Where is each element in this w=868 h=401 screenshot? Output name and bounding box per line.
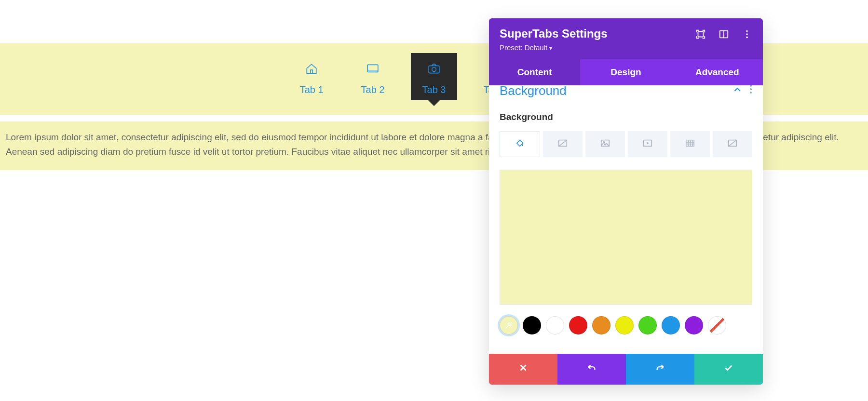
tab-2[interactable]: Tab 2 <box>350 53 396 100</box>
close-icon <box>518 362 529 376</box>
svg-point-12 <box>750 88 752 90</box>
tab-label: Tab 1 <box>300 84 324 95</box>
tab-3[interactable]: Tab 3 <box>411 53 458 100</box>
camera-icon <box>428 63 440 78</box>
swatch-green[interactable] <box>638 316 657 334</box>
svg-point-9 <box>746 33 748 35</box>
pattern-icon <box>685 138 695 150</box>
svg-point-11 <box>750 85 752 87</box>
tab-label: Tab 3 <box>422 84 446 95</box>
tab-1[interactable]: Tab 1 <box>288 53 335 100</box>
swatch-blue[interactable] <box>662 316 680 334</box>
swatch-yellow[interactable] <box>615 316 634 334</box>
fill-icon <box>515 138 525 150</box>
settings-panel: SuperTabs Settings Preset: Default Conte… <box>489 18 763 385</box>
undo-button[interactable] <box>557 354 626 385</box>
redo-icon <box>655 362 665 376</box>
swatch-white[interactable] <box>546 316 564 334</box>
expand-icon[interactable] <box>695 29 706 41</box>
panel-footer <box>489 354 763 385</box>
eyedropper-button[interactable] <box>500 316 518 334</box>
split-icon[interactable] <box>719 29 729 41</box>
panel-body[interactable]: Background Background <box>489 85 763 354</box>
field-label: Background <box>500 112 752 122</box>
bg-type-mask[interactable] <box>713 131 752 157</box>
swatch-black[interactable] <box>523 316 541 334</box>
tab-advanced-settings[interactable]: Advanced <box>672 59 763 85</box>
collapse-icon[interactable] <box>732 85 743 97</box>
mask-icon <box>727 138 738 150</box>
tab-label: Tab 2 <box>361 84 385 95</box>
svg-point-13 <box>750 92 752 94</box>
bg-type-gradient[interactable] <box>543 131 583 157</box>
svg-point-8 <box>746 30 748 32</box>
check-icon <box>723 362 734 376</box>
color-swatch-row <box>500 316 752 334</box>
bg-type-pattern[interactable] <box>670 131 710 157</box>
color-preview[interactable] <box>500 170 752 305</box>
more-icon[interactable] <box>742 29 752 41</box>
svg-point-10 <box>746 37 748 39</box>
svg-rect-6 <box>698 32 704 37</box>
screen-icon <box>366 63 379 78</box>
swatch-purple[interactable] <box>685 316 703 334</box>
confirm-button[interactable] <box>694 354 763 385</box>
redo-button[interactable] <box>626 354 694 385</box>
panel-title: SuperTabs Settings <box>500 27 608 40</box>
tab-content-settings[interactable]: Content <box>489 59 580 85</box>
panel-header: SuperTabs Settings Preset: Default <box>489 18 763 59</box>
cancel-button[interactable] <box>489 354 557 385</box>
svg-rect-1 <box>429 66 439 73</box>
preset-selector[interactable]: Preset: Default <box>500 43 608 52</box>
swatch-none[interactable] <box>708 316 726 334</box>
background-type-row <box>500 131 752 157</box>
settings-tabs: Content Design Advanced <box>489 59 763 85</box>
tab-design-settings[interactable]: Design <box>580 59 671 85</box>
section-title[interactable]: Background <box>500 85 567 98</box>
video-icon <box>642 138 653 150</box>
bg-type-color[interactable] <box>500 131 540 157</box>
home-icon <box>305 63 318 78</box>
bg-type-video[interactable] <box>628 131 667 157</box>
image-icon <box>600 138 610 150</box>
gradient-icon <box>557 138 568 150</box>
bg-type-image[interactable] <box>585 131 625 157</box>
section-more-icon[interactable] <box>749 85 752 97</box>
swatch-red[interactable] <box>569 316 587 334</box>
undo-icon <box>586 362 597 376</box>
svg-point-2 <box>432 67 436 72</box>
swatch-orange[interactable] <box>592 316 610 334</box>
